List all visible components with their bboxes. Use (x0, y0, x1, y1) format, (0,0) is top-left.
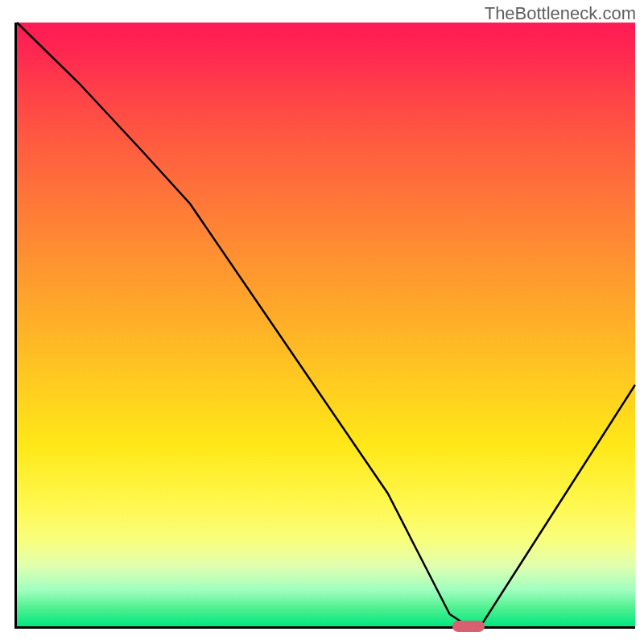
watermark-text: TheBottleneck.com (485, 3, 636, 24)
bottleneck-curve (17, 23, 635, 626)
chart-plot-area (14, 23, 635, 629)
optimal-marker (452, 621, 485, 632)
curve-svg (17, 23, 635, 626)
